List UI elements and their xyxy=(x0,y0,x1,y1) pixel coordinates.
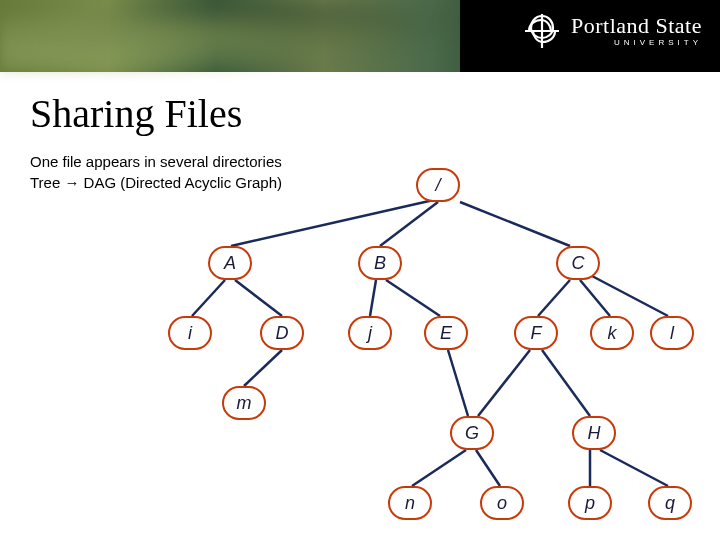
logo-main-text: Portland State xyxy=(571,15,702,37)
node-p: p xyxy=(568,486,612,520)
svg-line-9 xyxy=(538,280,570,316)
node-H: H xyxy=(572,416,616,450)
node-G: G xyxy=(450,416,494,450)
svg-line-4 xyxy=(460,202,570,246)
svg-line-14 xyxy=(478,350,530,416)
node-D: D xyxy=(260,316,304,350)
svg-line-7 xyxy=(370,280,376,316)
header-banner: Portland State UNIVERSITY xyxy=(0,0,720,72)
svg-line-10 xyxy=(580,280,610,316)
svg-line-13 xyxy=(448,350,468,416)
node-root: / xyxy=(416,168,460,202)
node-q: q xyxy=(648,486,692,520)
node-i: i xyxy=(168,316,212,350)
svg-line-12 xyxy=(244,350,282,386)
university-logo: Portland State UNIVERSITY xyxy=(523,12,702,50)
svg-line-16 xyxy=(412,450,466,486)
svg-line-15 xyxy=(542,350,590,416)
logo-sub-text: UNIVERSITY xyxy=(571,39,702,47)
dag-edges xyxy=(0,160,720,540)
slide-title: Sharing Files xyxy=(30,90,720,137)
svg-line-5 xyxy=(192,280,225,316)
svg-line-8 xyxy=(386,280,440,316)
svg-line-3 xyxy=(380,202,438,246)
node-A: A xyxy=(208,246,252,280)
svg-line-2 xyxy=(231,199,438,246)
svg-line-17 xyxy=(476,450,500,486)
node-l: l xyxy=(650,316,694,350)
node-j: j xyxy=(348,316,392,350)
node-C: C xyxy=(556,246,600,280)
node-F: F xyxy=(514,316,558,350)
banner-photo-blur xyxy=(0,0,460,72)
node-B: B xyxy=(358,246,402,280)
node-o: o xyxy=(480,486,524,520)
node-E: E xyxy=(424,316,468,350)
node-k: k xyxy=(590,316,634,350)
node-n: n xyxy=(388,486,432,520)
svg-line-6 xyxy=(235,280,282,316)
dag-diagram: / A B C i D j E F k l m G H n o p q xyxy=(0,160,720,540)
logo-mark-icon xyxy=(523,12,561,50)
node-m: m xyxy=(222,386,266,420)
svg-line-19 xyxy=(600,450,668,486)
